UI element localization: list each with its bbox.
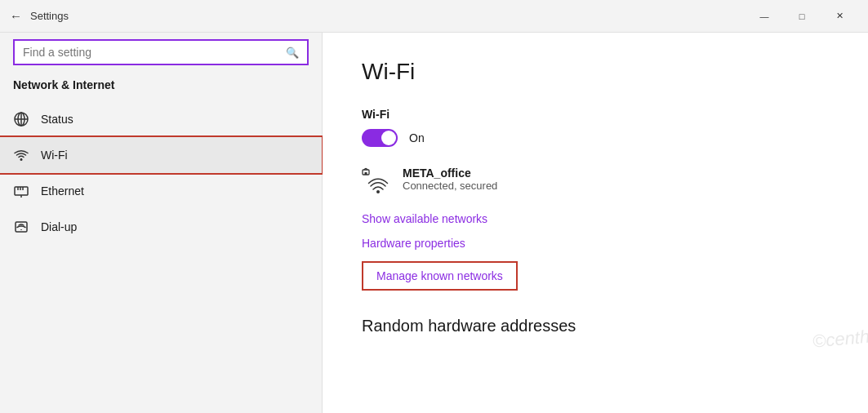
page-title: Wi-Fi (362, 59, 829, 85)
globe-icon (13, 111, 29, 127)
sidebar-item-wifi-label: Wi-Fi (41, 149, 68, 162)
manage-known-networks-button[interactable]: Manage known networks (362, 261, 518, 291)
wifi-section-label: Wi-Fi (362, 108, 829, 121)
sidebar-item-ethernet-label: Ethernet (41, 184, 84, 198)
wifi-icon (13, 147, 29, 163)
toggle-thumb (381, 131, 396, 145)
titlebar-left: ← Settings (0, 9, 69, 23)
maximize-button[interactable]: □ (783, 3, 821, 29)
show-networks-link[interactable]: Show available networks (362, 212, 829, 225)
network-details: META_office Connected, secured (403, 167, 497, 192)
app-title: Settings (30, 10, 69, 22)
dialup-icon (13, 219, 29, 235)
network-name: META_office (403, 167, 497, 180)
hardware-properties-link[interactable]: Hardware properties (362, 237, 829, 250)
sidebar: 🔍 Network & Internet Status (0, 33, 323, 413)
search-input[interactable] (23, 46, 286, 59)
sidebar-item-dialup-label: Dial-up (41, 220, 77, 233)
back-arrow-icon: ← (10, 9, 22, 23)
network-status: Connected, secured (403, 180, 497, 192)
wifi-toggle-row: On (362, 129, 829, 147)
svg-point-4 (20, 158, 23, 161)
network-icon-container (362, 167, 391, 196)
content-area: Wi-Fi Wi-Fi On (323, 33, 868, 413)
main-layout: 🔍 Network & Internet Status (0, 33, 868, 413)
close-button[interactable]: ✕ (821, 3, 858, 29)
svg-point-14 (376, 190, 380, 193)
search-box[interactable]: 🔍 (13, 39, 309, 65)
sidebar-item-status[interactable]: Status (0, 101, 322, 137)
sidebar-item-dialup[interactable]: Dial-up (0, 209, 322, 245)
sidebar-item-wifi[interactable]: Wi-Fi (0, 137, 322, 173)
minimize-button[interactable]: — (746, 3, 783, 29)
random-hw-heading: Random hardware addresses (362, 317, 829, 335)
network-info: META_office Connected, secured (362, 167, 829, 196)
titlebar: ← Settings — □ ✕ (0, 0, 868, 33)
section-title: Network & Internet (0, 75, 322, 101)
svg-rect-13 (365, 172, 367, 175)
ethernet-icon (13, 183, 29, 199)
toggle-state-label: On (409, 131, 425, 144)
svg-rect-5 (15, 187, 28, 195)
window-controls: — □ ✕ (746, 3, 858, 29)
sidebar-item-status-label: Status (41, 113, 73, 126)
search-icon: 🔍 (286, 47, 299, 59)
connected-network-icon (362, 167, 391, 196)
wifi-toggle[interactable] (362, 129, 398, 147)
sidebar-item-ethernet[interactable]: Ethernet (0, 173, 322, 209)
